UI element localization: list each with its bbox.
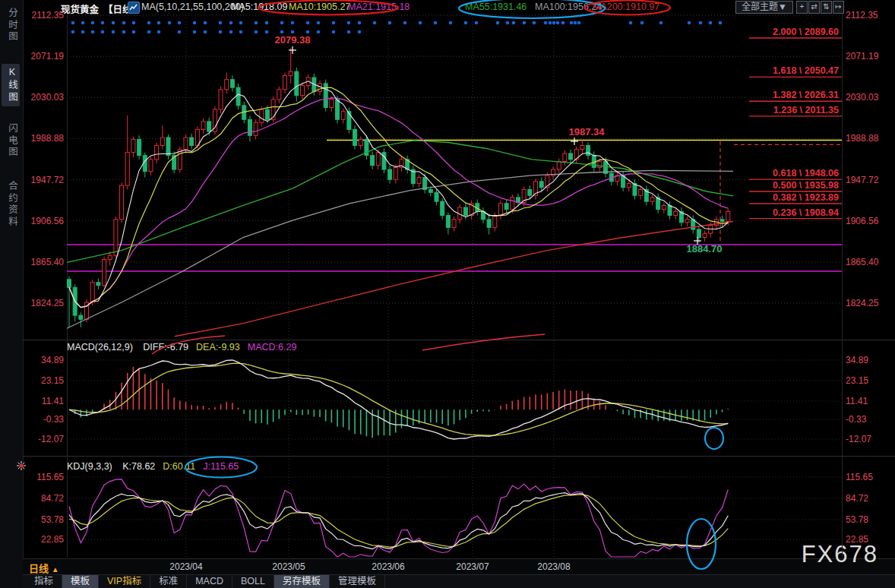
axis-label: 115.65 <box>846 472 873 482</box>
shift-right-icon[interactable]: ↦ <box>833 1 844 14</box>
event-dot <box>306 21 310 25</box>
sidebar-item-4[interactable]: 合约资料 <box>2 178 20 231</box>
candle-body <box>166 138 170 156</box>
event-dot <box>347 30 351 34</box>
zoom-vertical-icon[interactable]: ⇅ <box>821 1 832 14</box>
candle-body <box>324 84 327 108</box>
candle-body <box>382 153 386 169</box>
tab-3[interactable]: VIP指标 <box>99 575 150 588</box>
candle-body <box>417 178 421 184</box>
candle-body <box>236 87 240 106</box>
candle-body <box>709 226 713 234</box>
candle-body <box>371 156 375 166</box>
theme-dropdown-button[interactable]: 全部主题▼ <box>735 1 793 14</box>
candle-body <box>423 178 427 190</box>
event-dot <box>157 21 161 25</box>
event-dot <box>533 21 536 25</box>
zoom-horizontal-icon[interactable]: ⇄ <box>808 1 820 14</box>
period-selector[interactable]: 日线 ▲ <box>29 561 59 575</box>
event-dot <box>317 30 321 34</box>
key-price-label: 2079.38 <box>275 34 311 46</box>
candle-body <box>103 259 106 285</box>
event-dot <box>373 21 377 25</box>
tab-2[interactable]: 模板 <box>62 575 99 588</box>
candle-body <box>265 109 269 119</box>
candle-body <box>463 207 467 216</box>
event-dot <box>475 21 479 25</box>
candle-body <box>487 220 491 228</box>
axis-label: -12.07 <box>846 434 871 444</box>
candle-body <box>504 204 508 210</box>
tab-1[interactable]: 指标 <box>26 575 62 588</box>
event-dot <box>640 21 644 25</box>
axis-label: 22.85 <box>41 534 64 545</box>
event-dot <box>178 21 182 25</box>
candle-body <box>574 150 578 160</box>
event-dot <box>91 30 95 34</box>
chart-canvas[interactable]: 2.000 \ 2089.601.618 \ 2050.471.382 \ 20… <box>0 0 895 588</box>
tab-7[interactable]: 另存模板 <box>274 575 330 588</box>
event-dot <box>178 30 182 34</box>
axis-label: 1988.88 <box>31 133 65 144</box>
annotation-stroke <box>422 334 545 350</box>
candle-body <box>726 211 730 221</box>
ma10-line <box>69 87 728 307</box>
candle-body <box>138 140 141 156</box>
candle-body <box>336 100 340 119</box>
ma5-line <box>69 81 728 308</box>
candle-body <box>330 100 334 108</box>
candle-body <box>149 160 153 172</box>
candle-body <box>207 122 211 131</box>
macd-header: MACD(26,12,9) DIFF:-6.79DEA:-9.93MACD:6.… <box>67 342 312 352</box>
event-dot <box>147 30 151 34</box>
sidebar-item-3[interactable]: 闪电图 <box>2 120 20 162</box>
event-dot <box>419 21 422 25</box>
event-dot <box>132 21 136 25</box>
time-axis-label: 2023/07 <box>451 561 494 572</box>
candle-body <box>621 175 625 188</box>
tab-6[interactable]: BOLL <box>232 575 274 588</box>
candle-body <box>435 192 438 201</box>
watermark-logo: FX678 <box>802 541 878 568</box>
sidebar-item-2[interactable]: K线图 <box>2 64 20 106</box>
candle-body <box>557 162 561 170</box>
candle-body <box>155 145 159 159</box>
axis-label: -0.33 <box>43 414 65 425</box>
event-dot <box>577 21 581 25</box>
axis-label: 11.41 <box>846 396 868 406</box>
candle-body <box>201 122 205 130</box>
candle-body <box>85 302 89 319</box>
candle-body <box>73 287 77 315</box>
tab-5[interactable]: MACD <box>187 575 232 588</box>
candle-body <box>697 229 701 238</box>
sidebar-item-1[interactable]: 分时图 <box>2 5 20 46</box>
kdj-j-line <box>69 479 728 557</box>
candle-body <box>359 140 362 146</box>
candle-body <box>283 75 286 89</box>
time-axis-label: 2023/06 <box>367 561 410 572</box>
chart-type-icon[interactable] <box>128 2 140 14</box>
tab-8[interactable]: 管理模板 <box>330 575 385 588</box>
candle-body <box>230 80 234 88</box>
event-dot <box>699 21 703 25</box>
pan-icon[interactable]: + <box>796 1 808 14</box>
ma-value-3: MA21:1915.18 <box>348 2 410 12</box>
candle-body <box>406 160 410 169</box>
event-dot <box>574 21 577 25</box>
candle-body <box>552 169 555 175</box>
ma100-line <box>67 170 733 328</box>
event-dot <box>549 21 552 25</box>
axis-label: 1906.56 <box>846 216 879 226</box>
candle-body <box>662 205 666 209</box>
event-dot <box>255 30 258 34</box>
tab-4[interactable]: 标准 <box>150 575 187 588</box>
axis-label: 1824.25 <box>31 298 65 308</box>
candle-body <box>679 211 683 222</box>
candle-body <box>452 220 456 228</box>
candle-body <box>219 90 223 109</box>
ma-value-4: MA55:1931.46 <box>465 2 527 12</box>
candle-body <box>587 145 590 155</box>
axis-label: 2071.19 <box>31 51 65 62</box>
candle-body <box>195 129 199 145</box>
axis-label: 2030.03 <box>31 92 65 103</box>
